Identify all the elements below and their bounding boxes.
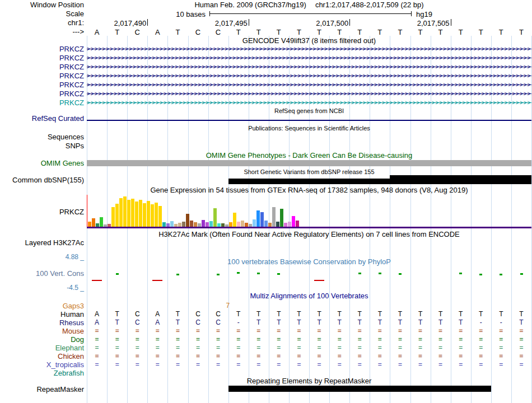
gtex-expression-bar[interactable] bbox=[158, 206, 162, 227]
alignment-cell: = bbox=[511, 327, 531, 335]
alignment-cell: = bbox=[390, 360, 410, 369]
gtex-expression-bar[interactable] bbox=[123, 196, 127, 227]
coordinate-label: 2,017,500 bbox=[309, 19, 348, 27]
gtex-expression-bar[interactable] bbox=[256, 210, 260, 227]
gtex-expression-bar[interactable] bbox=[151, 204, 154, 227]
refseq-curated-label[interactable]: RefSeq Curated bbox=[0, 115, 84, 123]
multiz-species-label[interactable]: Dog bbox=[0, 335, 84, 344]
coordinate-label: 2,017,495 bbox=[208, 19, 248, 27]
alignment-cell: = bbox=[249, 344, 269, 352]
alignment-cell: = bbox=[309, 352, 329, 360]
alignment-cell: A bbox=[87, 310, 107, 318]
gencode-item-label[interactable]: PRKCZ bbox=[0, 63, 84, 72]
gene-arrow-line[interactable]: >>>>>>>>>>>>>>>>>>>>>>>>>>>>>>>>>>>>>>>>… bbox=[87, 63, 531, 72]
gtex-expression-bar[interactable] bbox=[100, 217, 103, 227]
gene-arrow-line[interactable]: >>>>>>>>>>>>>>>>>>>>>>>>>>>>>>>>>>>>>>>>… bbox=[87, 81, 531, 90]
alignment-cell: C bbox=[188, 310, 208, 318]
alignment-cell: = bbox=[289, 352, 309, 360]
gtex-expression-bar[interactable] bbox=[233, 213, 236, 227]
gtex-expression-bar[interactable] bbox=[292, 216, 295, 227]
gencode-item-label[interactable]: PRKCZ bbox=[0, 45, 84, 54]
gtex-expression-bar[interactable] bbox=[139, 200, 142, 227]
alignment-cell: = bbox=[431, 344, 451, 352]
alignment-cell: = bbox=[188, 352, 208, 360]
refseq-gene-line[interactable] bbox=[87, 120, 531, 121]
gtex-gene-label[interactable]: PRKCZ bbox=[0, 208, 84, 216]
gtex-expression-bar[interactable] bbox=[213, 208, 217, 227]
omim-feature-bar[interactable] bbox=[87, 160, 531, 166]
alignment-cell: = bbox=[410, 335, 431, 344]
gtex-expression-bar[interactable] bbox=[135, 202, 138, 227]
alignment-cell: = bbox=[390, 335, 410, 344]
gtex-expression-bar[interactable] bbox=[260, 212, 264, 227]
gtex-expression-bar[interactable] bbox=[127, 200, 130, 227]
gencode-item-label[interactable]: PRKCZ bbox=[0, 99, 84, 107]
alignment-cell: T bbox=[511, 318, 531, 327]
multiz-species-label[interactable]: Chicken bbox=[0, 352, 84, 360]
assembly-name: Human Feb. 2009 (GRCh37/hg19) bbox=[194, 1, 306, 9]
phylop-positive-mark bbox=[459, 273, 462, 274]
multiz-species-label[interactable]: Mouse bbox=[0, 327, 84, 335]
gtex-expression-bar[interactable] bbox=[155, 203, 158, 227]
alignment-cell: = bbox=[329, 327, 349, 335]
sequences-label[interactable]: Sequences bbox=[0, 133, 84, 141]
gtex-expression-bar[interactable] bbox=[111, 207, 115, 227]
gtex-expression-bar[interactable] bbox=[143, 203, 146, 227]
alignment-cell: C bbox=[127, 310, 147, 318]
gtex-expression-bar[interactable] bbox=[186, 214, 189, 227]
phylop-title: 100 vertebrates Basewise Conservation by… bbox=[87, 258, 531, 265]
repeat-feature-bar[interactable] bbox=[228, 386, 491, 392]
omim-genes-label[interactable]: OMIM Genes bbox=[0, 160, 84, 167]
phylop-label[interactable]: 100 Vert. Cons bbox=[0, 270, 84, 278]
alignment-cell: = bbox=[147, 344, 167, 352]
gtex-expression-bar[interactable] bbox=[131, 199, 134, 227]
alignment-cell: = bbox=[147, 335, 167, 344]
dbsnp-variant-bar[interactable] bbox=[390, 175, 531, 184]
gencode-item-label[interactable]: PRKCZ bbox=[0, 90, 84, 99]
multiz-species-label[interactable]: Elephant bbox=[0, 344, 84, 352]
alignment-cell: = bbox=[208, 360, 228, 369]
alignment-cell: = bbox=[451, 344, 471, 352]
gtex-expression-bar[interactable] bbox=[280, 209, 283, 227]
gaps-label[interactable]: Gaps3 bbox=[0, 302, 84, 310]
gencode-item-label[interactable]: PRKCZ bbox=[0, 72, 84, 81]
h3k27ac-label[interactable]: Layered H3K27Ac bbox=[0, 239, 84, 247]
gene-arrow-line[interactable]: >>>>>>>>>>>>>>>>>>>>>>>>>>>>>>>>>>>>>>>>… bbox=[87, 90, 531, 99]
base-letter: T bbox=[511, 28, 531, 36]
alignment-cell: T bbox=[249, 310, 269, 318]
base-letter: T bbox=[349, 28, 370, 36]
alignment-cell: = bbox=[289, 335, 309, 344]
gencode-item-label[interactable]: PRKCZ bbox=[0, 81, 84, 90]
multiz-species-label[interactable]: Zebrafish bbox=[0, 369, 84, 377]
gtex-expression-bar[interactable] bbox=[272, 207, 276, 227]
alignment-cell: = bbox=[249, 335, 269, 344]
gtex-expression-bar[interactable] bbox=[115, 204, 119, 227]
alignment-cell: T bbox=[249, 318, 269, 327]
gtex-title: Gene Expression in 54 tissues from GTEx … bbox=[87, 186, 531, 194]
gencode-item-label[interactable]: PRKCZ bbox=[0, 54, 84, 63]
gtex-expression-bar[interactable] bbox=[119, 198, 123, 227]
snps-label[interactable]: SNPs bbox=[0, 142, 84, 150]
gtex-expression-bar[interactable] bbox=[147, 201, 150, 227]
alignment-cell: = bbox=[269, 335, 289, 344]
gene-arrow-line[interactable]: >>>>>>>>>>>>>>>>>>>>>>>>>>>>>>>>>>>>>>>>… bbox=[87, 72, 531, 81]
gencode-title: GENCODE V49lift37 (8 items filtered out) bbox=[87, 37, 531, 44]
multiz-species-label[interactable]: X_tropicalis bbox=[0, 360, 84, 369]
multiz-species-label[interactable]: Rhesus bbox=[0, 318, 84, 327]
gene-arrow-line[interactable]: >>>>>>>>>>>>>>>>>>>>>>>>>>>>>>>>>>>>>>>>… bbox=[87, 45, 531, 54]
alignment-cell: T bbox=[390, 310, 410, 318]
gene-arrow-line[interactable]: >>>>>>>>>>>>>>>>>>>>>>>>>>>>>>>>>>>>>>>>… bbox=[87, 54, 531, 63]
alignment-cell: - bbox=[228, 318, 249, 327]
alignment-cell: = bbox=[269, 344, 289, 352]
gtex-expression-bar[interactable] bbox=[92, 218, 95, 227]
window-position-title: Human Feb. 2009 (GRCh37/hg19)chr1:2,017,… bbox=[87, 1, 531, 8]
multiz-species-label[interactable]: Human bbox=[0, 310, 84, 318]
gtex-expression-bar[interactable] bbox=[253, 219, 256, 227]
gene-arrow-line[interactable]: >>>>>>>>>>>>>>>>>>>>>>>>>>>>>>>>>>>>>>>>… bbox=[87, 99, 531, 107]
alignment-cell: = bbox=[451, 352, 471, 360]
repeatmasker-label[interactable]: RepeatMasker bbox=[0, 386, 84, 393]
dbsnp-label[interactable]: Common dbSNP(155) bbox=[0, 176, 84, 184]
alignment-cell: T bbox=[107, 318, 127, 327]
alignment-cell: = bbox=[329, 360, 349, 369]
alignment-cell: = bbox=[269, 360, 289, 369]
